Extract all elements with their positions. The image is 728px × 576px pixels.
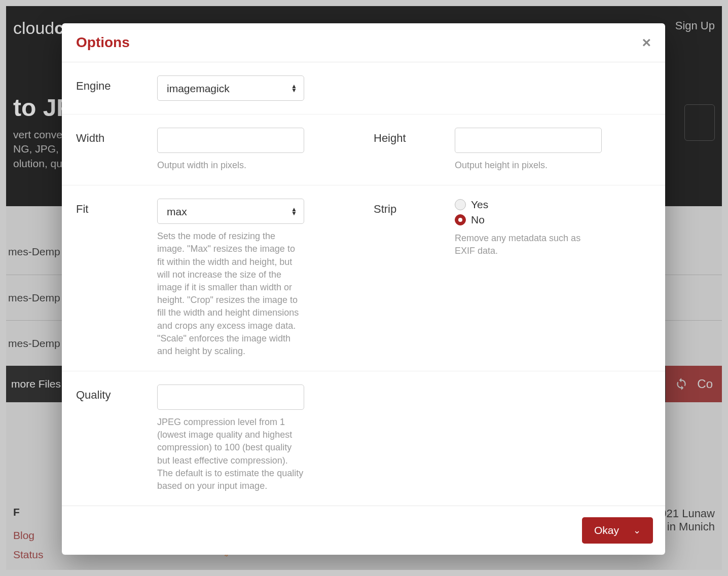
okay-button[interactable]: Okay ⌄ [582, 517, 653, 544]
width-input[interactable] [157, 128, 304, 153]
strip-yes-option[interactable]: Yes [455, 199, 651, 211]
engine-label: Engine [76, 75, 157, 101]
quality-label: Quality [76, 385, 157, 492]
radio-icon [455, 199, 466, 210]
strip-label: Strip [374, 199, 455, 358]
height-label: Height [374, 128, 455, 172]
engine-select[interactable]: imagemagick [157, 75, 304, 101]
strip-helper: Remove any metadata such as EXIF data. [455, 232, 587, 257]
strip-yes-label: Yes [471, 199, 488, 211]
modal-title: Options [76, 34, 130, 51]
fit-helper: Sets the mode of resizing the image. "Ma… [157, 230, 304, 358]
options-modal: Options × Engine imagemagick ▲▼ [62, 23, 665, 555]
radio-icon [455, 214, 466, 225]
width-helper: Output width in pixels. [157, 159, 304, 172]
quality-helper: JPEG compression level from 1 (lowest im… [157, 416, 304, 492]
strip-no-label: No [471, 214, 485, 226]
quality-input[interactable] [157, 385, 304, 410]
close-icon[interactable]: × [642, 35, 651, 50]
fit-select[interactable]: max [157, 199, 304, 224]
height-helper: Output height in pixels. [455, 159, 602, 172]
chevron-down-icon: ⌄ [633, 525, 641, 536]
fit-label: Fit [76, 199, 157, 358]
okay-label: Okay [594, 524, 619, 536]
strip-no-option[interactable]: No [455, 214, 651, 226]
height-input[interactable] [455, 128, 602, 153]
width-label: Width [76, 128, 157, 172]
